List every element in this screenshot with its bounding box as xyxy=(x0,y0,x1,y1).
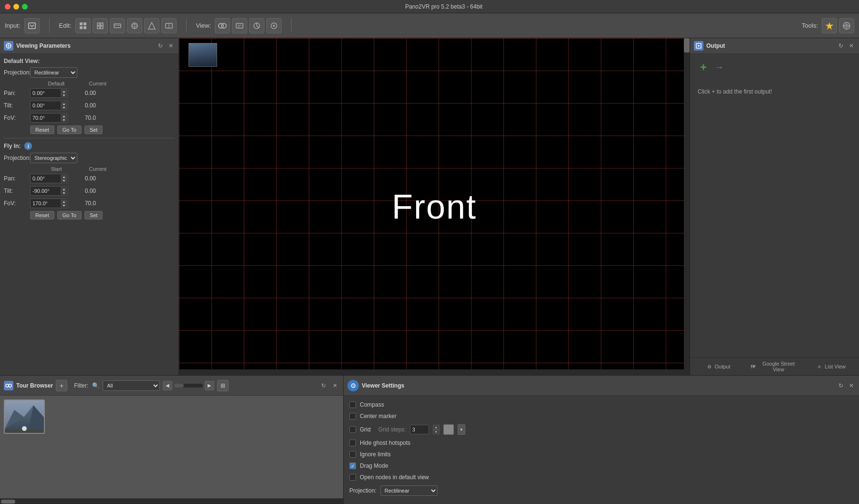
drag-mode-label: Drag Mode xyxy=(360,462,388,469)
grid-steps-up[interactable]: ▲ xyxy=(433,425,440,430)
viewer-bottom-bar[interactable] xyxy=(179,369,684,375)
center-marker-checkbox[interactable] xyxy=(349,413,356,420)
tour-close[interactable]: ✕ xyxy=(331,381,339,390)
tilt-input-field[interactable] xyxy=(32,103,61,108)
fly-tilt-down[interactable]: ▼ xyxy=(61,191,67,195)
goto-button[interactable]: Go To xyxy=(57,126,82,134)
fly-in-pan-field[interactable] xyxy=(32,176,61,181)
fly-in-fov-field[interactable] xyxy=(32,200,61,206)
output-close[interactable]: ✕ xyxy=(848,42,855,50)
projection-select[interactable]: Rectilinear Fisheye Stereographic Mercat… xyxy=(30,67,77,78)
fov-down[interactable]: ▼ xyxy=(61,118,67,122)
output-tab-output[interactable]: ⚙ Output xyxy=(690,357,746,375)
tilt-down[interactable]: ▼ xyxy=(61,105,67,109)
viewer-scrollbar-thumb[interactable] xyxy=(684,38,690,52)
tilt-up[interactable]: ▲ xyxy=(61,102,67,105)
output-add-button[interactable]: + xyxy=(696,60,711,75)
viewer-settings-close[interactable]: ✕ xyxy=(848,382,855,389)
tour-scrollbar-h-thumb[interactable] xyxy=(1,500,15,504)
pan-input-field[interactable] xyxy=(32,90,61,96)
tour-scrollbar-h[interactable] xyxy=(0,498,343,504)
reset-button[interactable]: Reset xyxy=(30,126,54,134)
input-label: Input: xyxy=(5,22,21,29)
tour-browser-content[interactable] xyxy=(0,396,343,498)
fov-input[interactable]: ▲ ▼ xyxy=(30,113,68,123)
fly-tilt-up[interactable]: ▲ xyxy=(61,187,67,191)
view-mode-button[interactable]: ⊞ xyxy=(217,380,229,391)
edit-btn-5[interactable] xyxy=(144,18,159,33)
viewer-settings-refresh[interactable]: ↻ xyxy=(837,382,845,389)
ignore-limits-checkbox[interactable] xyxy=(349,451,356,458)
divider1 xyxy=(4,138,175,138)
pan-up[interactable]: ▲ xyxy=(61,89,67,93)
grid-color-swatch[interactable] xyxy=(443,424,454,435)
pan-input[interactable]: ▲ ▼ xyxy=(30,88,68,98)
grid-steps-input[interactable] xyxy=(410,425,429,434)
tilt-current: 0.00 xyxy=(72,102,96,109)
scroll-track[interactable] xyxy=(174,384,203,388)
view-btn-3[interactable] xyxy=(249,18,264,33)
fly-pan-up[interactable]: ▲ xyxy=(61,175,67,178)
view-btn-2[interactable] xyxy=(232,18,247,33)
fov-input-field[interactable] xyxy=(32,115,61,121)
view-btn-1[interactable] xyxy=(215,18,230,33)
output-tab-streetview[interactable]: 🗺 Google Street View xyxy=(746,357,803,375)
fov-up[interactable]: ▲ xyxy=(61,114,67,118)
tilt-input[interactable]: ▲ ▼ xyxy=(30,101,68,110)
open-nodes-checkbox[interactable] xyxy=(349,474,356,481)
maximize-dot[interactable] xyxy=(22,4,28,10)
filter-select[interactable]: All Panorama Video Object xyxy=(103,380,160,391)
scroll-right[interactable]: ▶ xyxy=(205,381,214,390)
fly-fov-down[interactable]: ▼ xyxy=(61,203,67,207)
edit-btn-6[interactable] xyxy=(161,18,177,33)
fly-pan-down[interactable]: ▼ xyxy=(61,178,67,182)
fly-in-tilt-input[interactable]: ▲ ▼ xyxy=(30,186,68,196)
hide-ghost-checkbox[interactable] xyxy=(349,440,356,446)
output-refresh[interactable]: ↻ xyxy=(837,42,845,50)
grid-steps-down[interactable]: ▼ xyxy=(433,430,440,434)
fly-in-tilt-field[interactable] xyxy=(32,188,61,194)
viewing-params-close[interactable]: ✕ xyxy=(167,42,175,50)
close-dot[interactable] xyxy=(5,4,10,10)
viewing-params-refresh[interactable]: ↻ xyxy=(157,42,164,50)
view-section: View: xyxy=(196,18,282,33)
grid-checkbox[interactable] xyxy=(349,426,356,433)
fly-in-pan-input[interactable]: ▲ ▼ xyxy=(30,174,68,183)
fly-in-projection-row: Projection: Stereographic Rectilinear Fi… xyxy=(4,153,175,163)
fly-fov-up[interactable]: ▲ xyxy=(61,200,67,203)
fly-in-projection-select[interactable]: Stereographic Rectilinear Fisheye xyxy=(30,153,77,163)
edit-btn-4[interactable] xyxy=(127,18,142,33)
drag-mode-checkbox[interactable] xyxy=(349,462,356,469)
fly-reset-button[interactable]: Reset xyxy=(30,211,54,220)
viewer-scrollbar[interactable] xyxy=(684,38,690,375)
tour-thumbnail-1[interactable] xyxy=(4,399,45,434)
bottom-projection-select[interactable]: Rectilinear Fisheye Stereographic xyxy=(380,485,438,496)
set-button[interactable]: Set xyxy=(84,126,103,134)
grid-color-dropdown[interactable]: ▼ xyxy=(458,424,465,435)
scroll-left[interactable]: ◀ xyxy=(163,381,172,390)
edit-btn-1[interactable] xyxy=(75,18,91,33)
tour-refresh[interactable]: ↻ xyxy=(319,381,328,390)
edit-btn-3[interactable] xyxy=(110,18,125,33)
minimize-dot[interactable] xyxy=(13,4,19,10)
output-add-row: + → xyxy=(690,54,859,81)
compass-checkbox[interactable] xyxy=(349,401,356,408)
pan-down[interactable]: ▼ xyxy=(61,93,67,97)
output-tab-listview[interactable]: ≡ List View xyxy=(803,357,859,375)
tour-add-button[interactable]: + xyxy=(56,380,67,391)
fly-goto-button[interactable]: Go To xyxy=(57,211,82,220)
fly-in-fov-input[interactable]: ▲ ▼ xyxy=(30,199,68,208)
tools-btn-2[interactable] xyxy=(839,18,854,33)
center-viewer[interactable]: Front xyxy=(179,38,690,375)
panel-scroll[interactable]: Default View: Projection: Rectilinear Fi… xyxy=(0,54,178,223)
fly-in-tilt-row: Tilt: ▲ ▼ 0.00 xyxy=(4,186,175,196)
input-btn-1[interactable] xyxy=(24,18,40,33)
tools-btn-1[interactable] xyxy=(822,18,837,33)
view-btn-4[interactable] xyxy=(266,18,282,33)
filter-section: Filter: 🔍 All Panorama Video Object xyxy=(74,380,160,391)
window-controls[interactable] xyxy=(5,4,28,10)
edit-btn-2[interactable] xyxy=(93,18,108,33)
fly-in-info[interactable]: i xyxy=(24,142,32,150)
pan-current: 0.00 xyxy=(72,90,96,96)
fly-set-button[interactable]: Set xyxy=(84,211,103,220)
